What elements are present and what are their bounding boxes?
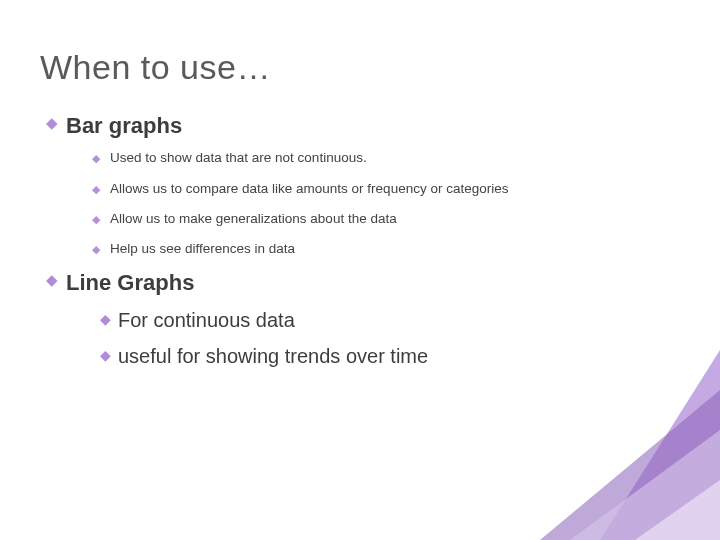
list-item-text: Allow us to make generalizations about t… xyxy=(110,210,397,228)
list-item-text: Help us see differences in data xyxy=(110,240,295,258)
bullet-arrow-icon: ◆ xyxy=(46,270,58,290)
bullet-arrow-icon: ◆ xyxy=(92,212,100,226)
heading-prefix: Line xyxy=(66,270,111,295)
slide: When to use… ◆ Bar graphs ◆ Used to show… xyxy=(0,0,720,540)
svg-marker-1 xyxy=(540,390,720,540)
item-prefix: For xyxy=(118,309,148,331)
corner-decoration xyxy=(540,350,720,540)
heading-rest: Graphs xyxy=(111,270,194,295)
list-item-text: useful for showing trends over time xyxy=(118,343,428,369)
list-item: ◆ Used to show data that are not continu… xyxy=(92,149,680,167)
bullet-arrow-icon: ◆ xyxy=(46,113,58,133)
bullet-arrow-icon: ◆ xyxy=(100,310,111,328)
svg-marker-3 xyxy=(635,480,720,540)
list-item-text: For continuous data xyxy=(118,307,295,333)
bullet-arrow-icon: ◆ xyxy=(100,346,111,364)
section-heading: Bar graphs xyxy=(66,113,182,139)
heading-rest: graphs xyxy=(103,113,182,138)
svg-marker-2 xyxy=(570,430,720,540)
item-prefix: useful xyxy=(118,345,171,367)
heading-prefix: Bar xyxy=(66,113,103,138)
bullet-arrow-icon: ◆ xyxy=(92,182,100,196)
list-item: ◆ Allows us to compare data like amounts… xyxy=(92,180,680,198)
list-item: ◆ Help us see differences in data xyxy=(92,240,680,258)
list-item: ◆ useful for showing trends over time xyxy=(100,343,680,369)
section-line-graphs: ◆ Line Graphs xyxy=(46,270,680,296)
list-item-text: Used to show data that are not continuou… xyxy=(110,149,367,167)
svg-marker-0 xyxy=(600,350,720,540)
list-item: ◆ Allow us to make generalizations about… xyxy=(92,210,680,228)
slide-title: When to use… xyxy=(40,48,680,87)
bullet-arrow-icon: ◆ xyxy=(92,242,100,256)
item-rest: continuous data xyxy=(148,309,295,331)
bullet-arrow-icon: ◆ xyxy=(92,151,100,165)
list-item-text: Allows us to compare data like amounts o… xyxy=(110,180,508,198)
item-rest: for showing trends over time xyxy=(171,345,428,367)
section-heading: Line Graphs xyxy=(66,270,194,296)
section-bar-graphs: ◆ Bar graphs xyxy=(46,113,680,139)
list-item: ◆ For continuous data xyxy=(100,307,680,333)
